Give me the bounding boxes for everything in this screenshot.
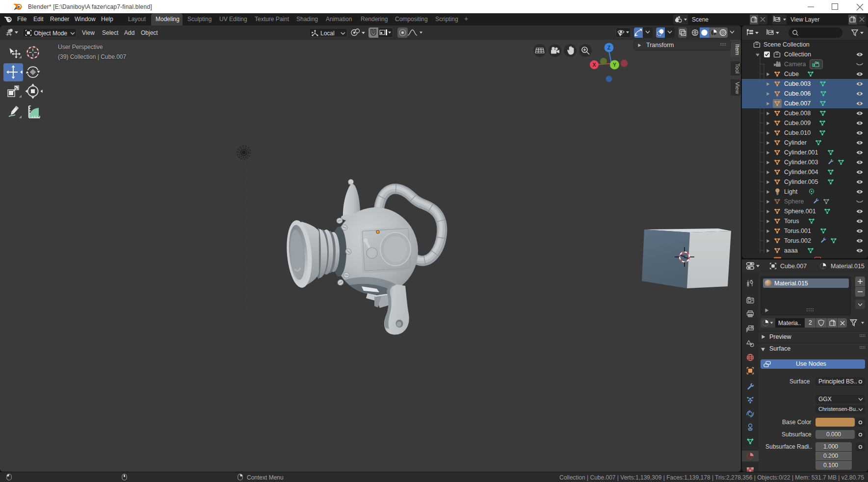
- svg-text:Z: Z: [607, 45, 611, 51]
- svg-text:Y: Y: [613, 62, 616, 68]
- svg-text:X: X: [592, 62, 596, 68]
